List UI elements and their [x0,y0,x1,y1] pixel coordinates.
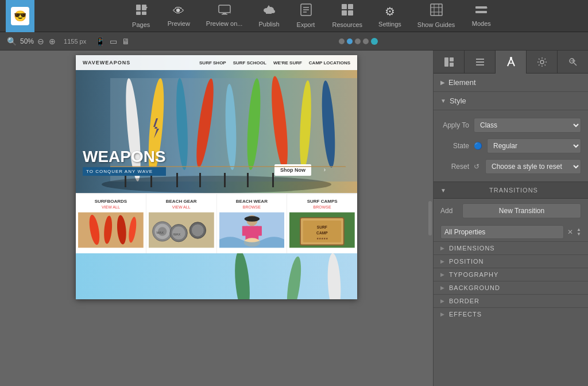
scroll-dot-2[interactable] [347,38,353,44]
prop-position[interactable]: ▶ POSITION [434,254,588,268]
prop-effects[interactable]: ▶ EFFECTS [434,307,588,321]
pages-icon [135,3,148,19]
mobile-icon[interactable]: 📱 [95,37,105,46]
site-nav: WAVEWEAPONS SURF SHOP SURF SCHOOL WE'RE … [76,55,357,70]
hero-arrow-icon: › [324,167,326,173]
logo-face: 😎 [11,7,29,25]
cat-surfboards-link[interactable]: VIEW ALL [78,205,144,209]
toolbar-preview[interactable]: 👁 Preview [161,2,197,29]
filter-input[interactable] [440,225,564,239]
svg-marker-13 [266,5,271,9]
style-section: Apply To Class State 🔵 Regular Reset [434,110,588,182]
svg-text:WAX: WAX [173,233,180,236]
publish-label: Publish [258,21,279,28]
scroll-dot-5[interactable] [371,38,378,45]
category-surf-camps: SURF CAMPS BROWSE SURF CAMP ★★★★★ [287,194,357,253]
style-section-header[interactable]: ▼ Style [434,92,588,110]
app-logo[interactable]: 😎 [6,0,34,32]
toolbar-modes[interactable]: Modes [464,2,498,29]
prop-dimensions[interactable]: ▶ DIMENSIONS [434,241,588,254]
right-panel: ▶ Element ▼ Style Apply To Class State [433,51,588,386]
toolbar-resources[interactable]: Resources [326,1,370,30]
nav-link-surf-school[interactable]: SURF SCHOOL [233,60,266,65]
publish-icon [262,4,275,18]
svg-marker-8 [230,13,231,14]
zoom-minus[interactable]: ⊖ [36,37,45,46]
zoom-plus[interactable]: ⊕ [48,37,57,46]
toolbar-settings[interactable]: ⚙ Settings [372,2,408,30]
desktop-icon[interactable]: 🖥 [122,37,130,46]
filter-arrow-down[interactable]: ▼ [577,232,581,237]
nav-link-camp-locations[interactable]: CAMP LOCATIONS [309,60,350,65]
apply-to-select[interactable]: Class [474,118,581,133]
modes-label: Modes [472,20,491,27]
panel-list-btn[interactable] [465,51,496,74]
svg-text:WAX: WAX [156,231,164,234]
element-section-header[interactable]: ▶ Element [434,74,588,92]
toolbar-pages[interactable]: Pages [124,1,158,30]
reset-select[interactable]: Choose a style to reset [485,159,581,174]
scroll-dot-1[interactable] [339,38,345,44]
zoom-out-icon[interactable]: 🔍 [6,37,18,46]
svg-point-62 [192,225,204,237]
scroll-dot-4[interactable] [363,38,369,44]
cat-beach-gear-image: WAX WAX [149,211,214,249]
prop-border[interactable]: ▶ BORDER [434,294,588,307]
cat-beach-gear-link[interactable]: VIEW ALL [149,205,214,209]
cat-beach-wear-link[interactable]: BROWSE [219,205,285,209]
svg-rect-27 [475,6,487,9]
add-label: Add [440,207,458,215]
transitions-header[interactable]: ▼ TRANSITIONS [434,182,588,199]
svg-point-42 [102,176,331,193]
main-toolbar: 😎 Pages 👁 Preview [0,0,588,32]
panel-search-btn[interactable] [558,51,588,74]
export-label: Export [297,21,315,28]
tablet-icon[interactable]: ▭ [110,37,117,46]
svg-rect-46 [199,173,201,187]
scroll-dot-3[interactable] [355,38,361,44]
add-transition-row: Add New Transition [434,199,588,223]
panel-style-btn[interactable] [496,51,527,74]
new-transition-button[interactable]: New Transition [462,203,581,218]
prop-background[interactable]: ▶ BACKGROUND [434,281,588,294]
state-select[interactable]: Regular [487,138,581,153]
svg-rect-83 [450,57,454,61]
toolbar-items: Pages 👁 Preview Preview on... [40,1,582,30]
toolbar-publish[interactable]: Publish [252,2,286,30]
export-icon [300,3,312,19]
svg-rect-1 [142,5,146,10]
canvas-scrollbar[interactable] [428,201,432,236]
effects-arrow: ▶ [440,311,444,317]
settings-icon: ⚙ [385,5,395,18]
panel-layout-btn[interactable] [434,51,465,74]
svg-rect-47 [224,173,226,187]
prop-typography[interactable]: ▶ TYPOGRAPHY [434,268,588,281]
element-arrow: ▶ [440,79,445,86]
hero-title: WEAPONS [83,149,166,165]
nav-link-were-surf[interactable]: WE'RE SURF [273,60,302,65]
svg-rect-28 [475,11,487,13]
panel-icon-bar [434,51,588,74]
bottom-bg-svg [76,253,357,299]
svg-rect-69 [242,226,247,236]
svg-rect-12 [266,11,272,14]
toolbar-export[interactable]: Export [289,1,323,30]
filter-clear-icon[interactable]: ✕ [566,227,574,237]
pages-label: Pages [132,21,150,28]
category-surfboards: SURFBOARDS VIEW ALL [76,194,146,253]
main-area: WAVEWEAPONS SURF SHOP SURF SCHOOL WE'RE … [0,51,588,386]
resources-label: Resources [332,21,363,28]
nav-link-surf-shop[interactable]: SURF SHOP [199,60,226,65]
svg-rect-0 [136,5,141,10]
filter-row: ✕ ▲ ▼ [434,223,588,241]
category-beach-wear: BEACH WEAR BROWSE [217,194,288,253]
cat-surf-camps-link[interactable]: BROWSE [289,205,355,209]
toolbar-preview-on[interactable]: Preview on... [199,2,250,29]
canvas-wrapper: WAVEWEAPONS SURF SHOP SURF SCHOOL WE'RE … [0,51,433,386]
reset-label: Reset [440,163,469,171]
canvas-area[interactable]: WAVEWEAPONS SURF SHOP SURF SCHOOL WE'RE … [0,51,433,386]
svg-rect-7 [222,14,227,15]
panel-settings-btn[interactable] [527,51,558,74]
toolbar-show-guides[interactable]: Show Guides [411,1,462,30]
cat-surfboards-title: SURFBOARDS [78,199,144,204]
